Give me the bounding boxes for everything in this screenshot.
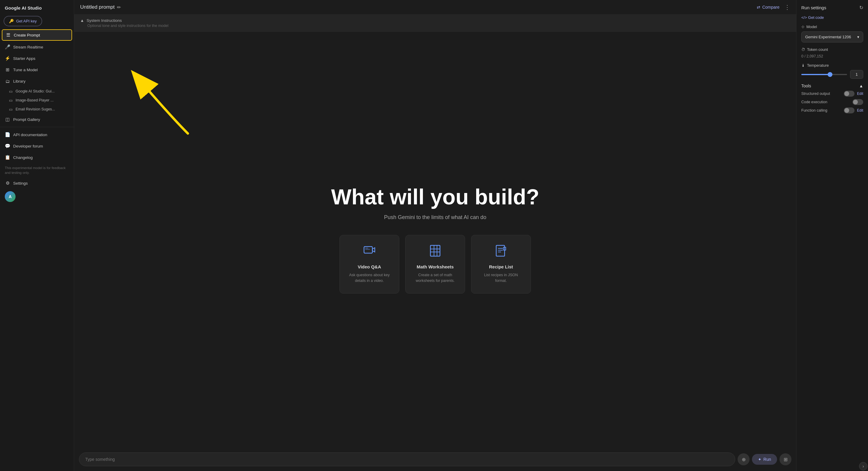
temperature-slider[interactable] bbox=[801, 74, 847, 75]
tools-header[interactable]: Tools ▲ bbox=[801, 84, 863, 88]
footer-note: This experimental model is for feedback … bbox=[0, 163, 74, 177]
get-api-button[interactable]: 🔑 Get API key bbox=[4, 16, 42, 26]
user-avatar[interactable]: A bbox=[5, 191, 16, 202]
add-content-button[interactable]: ⊕ bbox=[738, 453, 749, 465]
run-sparkle-icon: ✦ bbox=[758, 457, 762, 462]
card-video-qa-title: Video Q&A bbox=[358, 264, 381, 269]
library-icon: 🗂 bbox=[5, 79, 10, 84]
card-math-worksheets-title: Math Worksheets bbox=[417, 264, 454, 269]
structured-output-row: Structured output Edit bbox=[801, 91, 863, 97]
get-code-link[interactable]: </> Get code bbox=[801, 15, 863, 20]
card-row: Video Q&A Ask questions about key detail… bbox=[339, 235, 531, 294]
sidebar-divider bbox=[0, 127, 74, 127]
yellow-arrow-annotation bbox=[116, 62, 194, 145]
run-settings-title: Run settings bbox=[801, 5, 826, 10]
hero-subtext: Push Gemini to the limits of what AI can… bbox=[384, 214, 486, 220]
system-instructions-bar: ▲ System Instructions Optional tone and … bbox=[74, 14, 796, 32]
doc-icon-3: ▭ bbox=[8, 107, 13, 112]
temperature-icon: 🌡 bbox=[801, 63, 805, 68]
input-settings-button[interactable]: ⊞ bbox=[779, 453, 792, 465]
tools-section: Tools ▲ Structured output Edit Code exec… bbox=[801, 84, 863, 113]
temperature-thumb bbox=[828, 72, 832, 77]
system-instructions-toggle[interactable]: ▲ System Instructions bbox=[80, 18, 790, 23]
code-execution-toggle[interactable] bbox=[852, 99, 863, 105]
right-panel: Run settings ↻ </> Get code ⊹ Model Gemi… bbox=[796, 0, 868, 471]
topbar-left: Untitled prompt ✏ bbox=[80, 4, 121, 10]
structured-output-edit[interactable]: Edit bbox=[857, 92, 863, 96]
model-icon: ⊹ bbox=[801, 25, 805, 29]
content-area: What will you build? Push Gemini to the … bbox=[74, 32, 796, 471]
svg-rect-2 bbox=[365, 248, 368, 248]
sidebar-item-dev-forum[interactable]: 💬 Developer forum bbox=[0, 140, 74, 152]
function-calling-toggle[interactable] bbox=[844, 108, 855, 113]
card-recipe-list[interactable]: Recipe List List recipes in JSON format. bbox=[471, 235, 531, 294]
hero-heading: What will you build? bbox=[331, 185, 539, 209]
code-icon: </> bbox=[801, 15, 807, 20]
function-calling-edit[interactable]: Edit bbox=[857, 108, 863, 113]
forum-icon: 💬 bbox=[5, 143, 10, 149]
settings-icon: ⚙ bbox=[5, 180, 10, 186]
code-execution-row: Code execution bbox=[801, 99, 863, 105]
refresh-button[interactable]: ↻ bbox=[859, 5, 863, 10]
collapse-icon: ▲ bbox=[80, 18, 84, 23]
gallery-icon: ◫ bbox=[5, 117, 10, 122]
sidebar-item-starter-apps[interactable]: ⚡ Starter Apps bbox=[0, 53, 74, 64]
stream-icon: 🎤 bbox=[5, 44, 10, 50]
edit-title-icon[interactable]: ✏ bbox=[117, 4, 121, 10]
sidebar: Google AI Studio 🔑 Get API key ☰ Create … bbox=[0, 0, 74, 471]
card-video-qa-desc: Ask questions about key details in a vid… bbox=[348, 272, 391, 284]
topbar-right: ⇄ Compare ⋮ bbox=[757, 4, 790, 11]
token-icon: ⏱ bbox=[801, 47, 805, 52]
token-count-label: ⏱ Token count bbox=[801, 47, 863, 52]
sidebar-item-changelog[interactable]: 📋 Changelog bbox=[0, 152, 74, 163]
sidebar-item-stream-realtime[interactable]: 🎤 Stream Realtime bbox=[0, 41, 74, 53]
chevron-down-icon: ▾ bbox=[857, 35, 859, 39]
doc-icon-1: ▭ bbox=[8, 89, 13, 94]
api-docs-icon: 📄 bbox=[5, 132, 10, 137]
prompt-input[interactable] bbox=[79, 452, 735, 466]
sidebar-lib-item-3[interactable]: ▭ Email Revision Suges... bbox=[0, 105, 74, 114]
more-options-icon[interactable]: ⋮ bbox=[784, 4, 790, 11]
sidebar-item-tune-model[interactable]: ⊞ Tune a Model bbox=[0, 64, 74, 76]
topbar: Untitled prompt ✏ ⇄ Compare ⋮ bbox=[74, 0, 796, 14]
sidebar-item-settings[interactable]: ⚙ Settings bbox=[0, 177, 74, 189]
system-instructions-hint: Optional tone and style instructions for… bbox=[80, 24, 790, 28]
svg-rect-1 bbox=[364, 246, 372, 253]
create-prompt-icon: ☰ bbox=[5, 32, 11, 38]
compare-button[interactable]: ⇄ Compare bbox=[757, 5, 779, 9]
temperature-section: 🌡 Temperature 1 bbox=[801, 63, 863, 79]
sidebar-lib-item-1[interactable]: ▭ Google AI Studio: Gui... bbox=[0, 87, 74, 96]
panel-expand-button[interactable]: › bbox=[859, 462, 867, 470]
structured-output-toggle[interactable] bbox=[844, 91, 855, 97]
sidebar-item-api-docs[interactable]: 📄 API documentation bbox=[0, 129, 74, 140]
model-label: ⊹ Model bbox=[801, 25, 863, 29]
run-button[interactable]: ✦ Run bbox=[752, 454, 777, 465]
temperature-value[interactable]: 1 bbox=[850, 70, 863, 79]
sidebar-item-library[interactable]: 🗂 Library bbox=[0, 76, 74, 87]
structured-output-thumb bbox=[844, 91, 849, 96]
tune-icon: ⊞ bbox=[5, 67, 10, 72]
doc-icon-2: ▭ bbox=[8, 98, 13, 102]
temperature-control: 1 bbox=[801, 70, 863, 79]
changelog-icon: 📋 bbox=[5, 155, 10, 160]
structured-output-controls: Edit bbox=[844, 91, 863, 97]
card-math-worksheets[interactable]: Math Worksheets Create a set of math wor… bbox=[405, 235, 465, 294]
model-section: ⊹ Model Gemini Experimental 1206 ▾ bbox=[801, 25, 863, 42]
model-selector[interactable]: Gemini Experimental 1206 ▾ bbox=[801, 31, 863, 42]
sidebar-item-prompt-gallery[interactable]: ◫ Prompt Gallery bbox=[0, 114, 74, 125]
card-math-worksheets-desc: Create a set of math worksheets for pare… bbox=[414, 272, 457, 284]
recipe-list-icon bbox=[495, 245, 507, 260]
function-calling-controls: Edit bbox=[844, 108, 863, 113]
sidebar-item-create-prompt[interactable]: ☰ Create Prompt bbox=[2, 29, 72, 41]
svg-rect-3 bbox=[365, 249, 370, 249]
card-video-qa[interactable]: Video Q&A Ask questions about key detail… bbox=[339, 235, 399, 294]
card-recipe-list-title: Recipe List bbox=[489, 264, 513, 269]
sidebar-lib-item-2[interactable]: ▭ Image-Based Player ... bbox=[0, 96, 74, 105]
card-recipe-list-desc: List recipes in JSON format. bbox=[480, 272, 522, 284]
tools-collapse-icon: ▲ bbox=[859, 84, 863, 88]
api-key-section: 🔑 Get API key bbox=[0, 14, 74, 29]
function-calling-row: Function calling Edit bbox=[801, 108, 863, 113]
code-execution-controls bbox=[852, 99, 863, 105]
temperature-label: 🌡 Temperature bbox=[801, 63, 863, 68]
input-bar: ⊕ ✦ Run ⊞ bbox=[79, 452, 792, 466]
